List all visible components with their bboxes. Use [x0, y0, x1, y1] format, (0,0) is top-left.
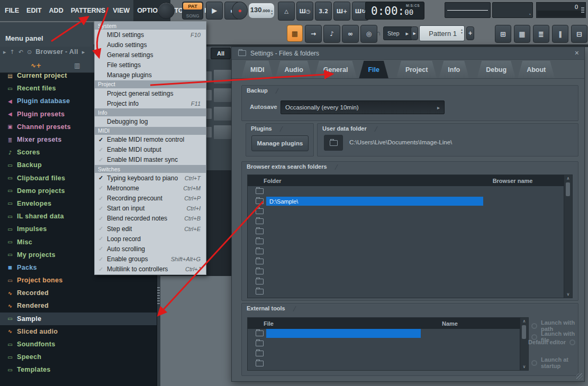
dialog-tab[interactable]: File — [359, 61, 388, 78]
options-menu-item[interactable]: ✓ Enable groups Shift+Alt+G — [95, 254, 206, 264]
options-menu-item[interactable]: General settings — [95, 50, 206, 60]
pattern-menu-button[interactable]: ▸ — [411, 26, 418, 40]
song-mode-label[interactable]: SONG — [183, 13, 202, 19]
pattern-spinner[interactable]: ▴▾ — [461, 28, 463, 34]
add-pattern-button[interactable]: + — [466, 26, 474, 40]
browser-nav-icon[interactable]: ⊙ — [27, 49, 32, 56]
sidebar-scroll-handle[interactable] — [157, 287, 160, 305]
radio-icon[interactable] — [531, 323, 537, 329]
play-button[interactable]: ▶ — [206, 2, 223, 20]
dialog-tab[interactable]: Audio — [275, 61, 312, 78]
table-row[interactable] — [248, 216, 564, 226]
channel-cell[interactable] — [213, 88, 232, 103]
selected-folder-entry[interactable]: D:\Sample\ — [266, 197, 483, 206]
record-button[interactable]: ● — [232, 2, 248, 20]
table-row[interactable] — [248, 256, 564, 266]
table-row[interactable] — [248, 348, 520, 359]
options-menu-item[interactable]: File settings — [95, 60, 206, 70]
browser-title-arrow-icon[interactable]: ▸ — [82, 49, 85, 56]
table-row[interactable] — [248, 186, 564, 196]
options-menu-item[interactable]: System — [95, 22, 206, 30]
scroll-up-icon[interactable]: ∧ — [564, 176, 572, 181]
table-row[interactable] — [248, 328, 520, 338]
table-row[interactable] — [248, 287, 564, 297]
options-menu-item[interactable]: ✓ Loop record — [95, 234, 206, 244]
radio-icon[interactable] — [569, 339, 575, 345]
dialog-tab[interactable]: Debug — [477, 61, 515, 78]
options-menu-item[interactable]: Info — [95, 108, 206, 116]
table-row[interactable] — [248, 277, 564, 287]
cpu-panel[interactable]: ◔ — [492, 2, 533, 18]
time-display[interactable]: M:S:CS 0:00:00 — [365, 2, 424, 20]
channel-cell[interactable] — [213, 106, 232, 121]
sidebar-item[interactable]: ▭ Sample — [0, 313, 157, 325]
options-menu-item[interactable]: Manage plugins — [95, 70, 206, 80]
options-menu-item[interactable]: ✓ Step edit Ctrl+E — [95, 224, 206, 234]
dialog-tab[interactable]: MIDI — [241, 61, 273, 78]
options-menu-item[interactable]: ✓ Auto scrolling — [95, 244, 206, 254]
browser-title[interactable]: Browser - All — [35, 48, 78, 56]
sliced-audio-icon[interactable]: ∿+ — [31, 62, 41, 69]
oscilloscope-panel[interactable] — [445, 2, 491, 18]
options-menu-item[interactable]: ✓ Recording precount Ctrl+P — [95, 193, 206, 203]
pattern-selector[interactable]: Pattern 1 ▴▾ — [419, 25, 465, 41]
sidebar-item[interactable]: ▭ Speech — [0, 351, 157, 363]
dialog-tab[interactable]: Info — [439, 61, 469, 78]
channel-filter-all-button[interactable]: All — [211, 48, 231, 59]
options-menu-item[interactable]: MIDI settings F10 — [95, 30, 206, 40]
scroll-up-icon[interactable]: ∧ — [520, 319, 528, 324]
autosave-dropdown[interactable]: Occasionally (every 10min) ▸ — [281, 100, 445, 114]
tool-button[interactable]: ∞ — [342, 25, 359, 43]
sidebar-item[interactable]: ▭ Soundfonts — [0, 338, 157, 351]
options-menu-item[interactable]: ✓ Multilink to controllers Ctrl+J — [95, 264, 206, 274]
scroll-handle[interactable] — [566, 182, 570, 196]
window-button[interactable]: ▦ — [514, 25, 530, 43]
dialog-tab[interactable]: General — [314, 61, 357, 78]
table-row[interactable]: D:\Sample\ — [248, 196, 564, 206]
table-row[interactable] — [248, 246, 564, 256]
menubar-item[interactable]: PATTERNS — [67, 0, 110, 21]
transport-option-button[interactable]: Ш◷ — [296, 2, 313, 21]
selected-tool-entry[interactable] — [266, 329, 421, 338]
user-data-path[interactable]: C:\Users\Live\Documents\Image-Line\ — [349, 139, 452, 145]
options-menu-item[interactable]: Project info F11 — [95, 98, 206, 108]
scroll-down-icon[interactable]: ∨ — [520, 364, 528, 369]
snap-selector[interactable]: Step ▸ — [383, 26, 413, 40]
sidebar-item[interactable]: ∿ Rendered — [0, 299, 157, 312]
tempo-display[interactable]: 130.000 ▴▾ — [249, 3, 274, 18]
sidebar-item[interactable]: ∿ Sliced audio — [0, 325, 157, 338]
table-row[interactable] — [248, 206, 564, 216]
table-row[interactable] — [248, 338, 520, 348]
options-menu-item[interactable]: ✓ Enable MIDI output — [95, 145, 206, 155]
radio-icon[interactable] — [531, 360, 537, 366]
transport-option-button[interactable]: 3.2 — [315, 2, 332, 21]
transport-option-button[interactable]: △ — [278, 2, 295, 21]
window-button[interactable]: ≣ — [533, 25, 549, 43]
table-row[interactable] — [248, 359, 520, 369]
options-menu-item[interactable]: ✓ Enable MIDI master sync — [95, 155, 206, 165]
table-row[interactable] — [248, 236, 564, 246]
sidebar-item[interactable]: ∿ Recorded — [0, 287, 157, 299]
table-row[interactable] — [248, 266, 564, 277]
tool-button[interactable]: → — [305, 25, 322, 43]
channel-cell[interactable] — [213, 125, 232, 140]
options-menu-item[interactable]: ✓ Blend recorded notes Ctrl+B — [95, 214, 206, 224]
dialog-tab[interactable]: Project — [396, 61, 437, 78]
options-menu-item[interactable]: ✓ Enable MIDI remote control — [95, 135, 206, 145]
options-menu-item[interactable]: Project — [95, 80, 206, 88]
launch-at-startup-option[interactable]: Launch at startup — [531, 356, 578, 369]
dialog-titlebar[interactable]: Settings - Files & folders × — [232, 47, 584, 60]
options-menu-item[interactable]: ✓ Metronome Ctrl+M — [95, 183, 206, 193]
options-menu-item[interactable]: ✓ Start on input Ctrl+I — [95, 204, 206, 214]
options-menu-item[interactable]: Audio settings — [95, 40, 206, 50]
default-editor-option[interactable]: Default editor — [506, 339, 575, 345]
menubar-item[interactable]: EDIT — [23, 0, 45, 21]
browser-nav-icon[interactable]: ↶ — [19, 49, 23, 56]
table-row[interactable] — [248, 226, 564, 236]
browse-folder-button[interactable] — [324, 135, 343, 151]
hint-counter-panel[interactable]: 0 — [536, 2, 586, 18]
tool-button[interactable]: ◎ — [360, 25, 377, 43]
options-menu-item[interactable]: Debugging log — [95, 116, 206, 126]
tool-button[interactable]: ♪ — [323, 25, 340, 43]
pat-song-toggle[interactable]: PAT SONG — [182, 2, 203, 20]
